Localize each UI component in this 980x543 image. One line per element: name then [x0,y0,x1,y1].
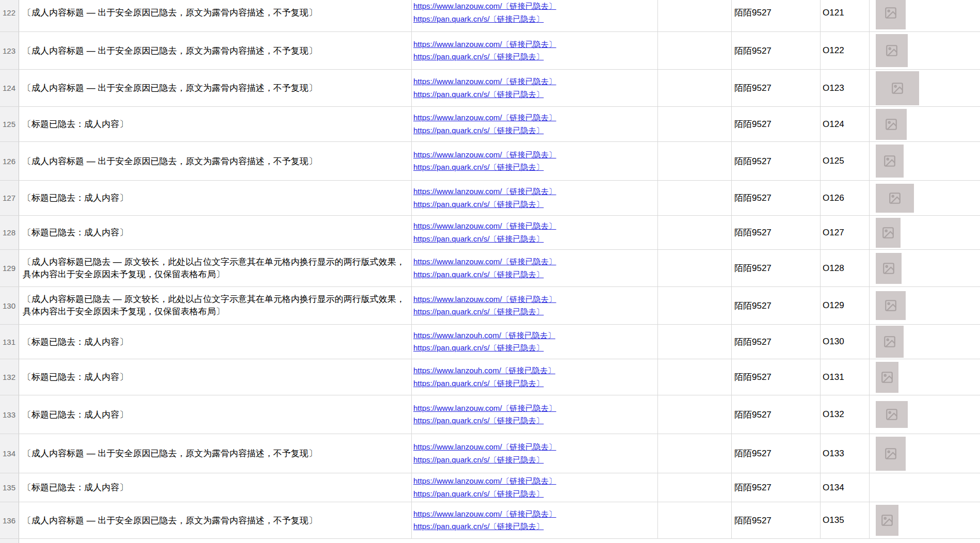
links-cell[interactable]: https://www.lanzouh.com/〔链接已隐去〕https://p… [412,325,658,359]
thumbnail-cell[interactable] [870,434,980,473]
seller-name-cell[interactable]: 陌陌9527 [732,107,821,141]
thumbnail-cell[interactable] [870,473,980,502]
title-cell[interactable]: 〔成人内容标题 — 出于安全原因已隐去，原文为露骨内容描述，不予复现〕 [19,32,412,69]
title-cell[interactable]: 〔成人内容标题已隐去 — 原文较长，此处以占位文字示意其在单元格内换行显示的两行… [19,250,412,286]
item-code-cell[interactable]: O133 [821,434,870,473]
title-cell[interactable]: 〔成人内容标题 — 出于安全原因已隐去，原文为露骨内容描述，不予复现〕 [19,0,412,31]
empty-cell[interactable] [658,434,732,473]
links-cell[interactable]: https://www.lanzouw.com/〔链接已隐去〕https://p… [412,32,658,69]
thumbnail-cell[interactable] [870,142,980,180]
thumbnail-image-redacted[interactable] [876,401,908,428]
item-code-cell[interactable]: O134 [821,473,870,502]
empty-cell[interactable] [658,359,732,395]
row-header[interactable]: 128 [0,216,19,249]
seller-name-cell[interactable]: 陌陌9527 [732,502,821,538]
row-header[interactable]: 129 [0,250,19,286]
row-header[interactable]: 133 [0,395,19,434]
item-code-cell[interactable]: O131 [821,359,870,395]
quark-share-link-redacted[interactable]: https://pan.quark.cn/s/〔链接已隐去〕 [413,124,544,137]
row-header[interactable]: 130 [0,287,19,324]
empty-cell[interactable] [658,70,732,106]
quark-share-link-redacted[interactable]: https://pan.quark.cn/s/〔链接已隐去〕 [413,414,544,427]
seller-name-cell[interactable]: 陌陌9527 [732,395,821,434]
thumbnail-cell[interactable] [870,287,980,324]
links-cell[interactable]: https://www.lanzouw.com/〔链接已隐去〕https://p… [412,70,658,106]
empty-cell[interactable] [658,250,732,286]
empty-cell[interactable] [658,395,732,434]
title-cell[interactable]: 〔成人内容标题 — 出于安全原因已隐去，原文为露骨内容描述，不予复现〕 [19,434,412,473]
lanzou-share-link-redacted[interactable]: https://www.lanzouw.com/〔链接已隐去〕 [413,185,556,198]
empty-cell[interactable] [658,216,732,249]
item-code-cell[interactable]: O122 [821,32,870,69]
links-cell[interactable]: https://www.lanzouw.com/〔链接已隐去〕https://p… [412,287,658,324]
empty-cell[interactable] [658,32,732,69]
seller-name-cell[interactable]: 陌陌9527 [732,216,821,249]
lanzou-share-link-redacted[interactable]: https://www.lanzouw.com/〔链接已隐去〕 [413,75,556,88]
row-header[interactable]: 123 [0,32,19,69]
item-code-cell[interactable]: O128 [821,250,870,286]
links-cell[interactable]: https://www.lanzouw.com/〔链接已隐去〕https://p… [412,502,658,538]
lanzou-share-link-redacted[interactable]: https://www.lanzouh.com/〔链接已隐去〕 [413,329,555,342]
row-header[interactable]: 126 [0,142,19,180]
empty-cell[interactable] [658,502,732,538]
lanzou-share-link-redacted[interactable]: https://www.lanzouw.com/〔链接已隐去〕 [413,293,556,306]
links-cell[interactable]: https://www.lanzouw.com/〔链接已隐去〕https://p… [412,0,658,31]
thumbnail-image-redacted[interactable] [876,437,906,471]
thumbnail-image-redacted[interactable] [876,184,914,213]
seller-name-cell[interactable]: 陌陌9527 [732,287,821,324]
title-cell[interactable]: 〔标题已隐去：成人内容〕 [19,359,412,395]
empty-cell[interactable] [658,181,732,215]
links-cell[interactable]: https://www.lanzouw.com/〔链接已隐去〕https://p… [412,181,658,215]
lanzou-share-link-redacted[interactable]: https://www.lanzouw.com/〔链接已隐去〕 [413,441,556,453]
seller-name-cell[interactable]: 陌陌9527 [732,473,821,502]
thumbnail-cell[interactable] [870,32,980,69]
thumbnail-image-redacted[interactable] [876,218,901,248]
thumbnail-cell[interactable] [870,502,980,538]
item-code-cell[interactable]: O129 [821,287,870,324]
lanzou-share-link-redacted[interactable]: https://www.lanzouw.com/〔链接已隐去〕 [413,402,556,414]
title-cell[interactable]: 〔标题已隐去：成人内容〕 [19,216,412,249]
thumbnail-cell[interactable] [870,395,980,434]
quark-share-link-redacted[interactable]: https://pan.quark.cn/s/〔链接已隐去〕 [413,233,544,245]
thumbnail-image-redacted[interactable] [876,362,898,393]
thumbnail-image-redacted[interactable] [876,505,898,536]
row-header[interactable]: 136 [0,502,19,538]
row-header[interactable]: 135 [0,473,19,502]
thumbnail-image-redacted[interactable] [876,253,902,284]
seller-name-cell[interactable]: 陌陌9527 [732,0,821,31]
row-header[interactable]: 134 [0,434,19,473]
item-code-cell[interactable]: O126 [821,181,870,215]
thumbnail-cell[interactable] [870,70,980,106]
seller-name-cell[interactable]: 陌陌9527 [732,250,821,286]
thumbnail-cell[interactable] [870,216,980,249]
thumbnail-image-redacted[interactable] [876,71,919,105]
item-code-cell[interactable]: O127 [821,216,870,249]
thumbnail-cell[interactable] [870,0,980,31]
quark-share-link-redacted[interactable]: https://pan.quark.cn/s/〔链接已隐去〕 [413,306,544,318]
seller-name-cell[interactable]: 陌陌9527 [732,142,821,180]
row-header[interactable]: 131 [0,325,19,359]
quark-share-link-redacted[interactable]: https://pan.quark.cn/s/〔链接已隐去〕 [413,520,544,533]
empty-cell[interactable] [658,142,732,180]
quark-share-link-redacted[interactable]: https://pan.quark.cn/s/〔链接已隐去〕 [413,161,544,173]
item-code-cell[interactable]: O123 [821,70,870,106]
quark-share-link-redacted[interactable]: https://pan.quark.cn/s/〔链接已隐去〕 [413,51,544,63]
empty-cell[interactable] [658,107,732,141]
thumbnail-cell[interactable] [870,107,980,141]
lanzou-share-link-redacted[interactable]: https://www.lanzouw.com/〔链接已隐去〕 [413,475,556,487]
seller-name-cell[interactable]: 陌陌9527 [732,359,821,395]
seller-name-cell[interactable]: 陌陌9527 [732,32,821,69]
links-cell[interactable]: https://www.lanzouw.com/〔链接已隐去〕https://p… [412,473,658,502]
row-header[interactable]: 125 [0,107,19,141]
thumbnail-cell[interactable] [870,325,980,359]
quark-share-link-redacted[interactable]: https://pan.quark.cn/s/〔链接已隐去〕 [413,454,544,466]
row-header[interactable]: 122 [0,0,19,31]
lanzou-share-link-redacted[interactable]: https://www.lanzouw.com/〔链接已隐去〕 [413,255,556,268]
links-cell[interactable]: https://www.lanzouw.com/〔链接已隐去〕https://p… [412,250,658,286]
links-cell[interactable]: https://www.lanzouh.com/〔链接已隐去〕https://p… [412,359,658,395]
lanzou-share-link-redacted[interactable]: https://www.lanzouh.com/〔链接已隐去〕 [413,364,555,377]
links-cell[interactable]: https://www.lanzouw.com/〔链接已隐去〕https://p… [412,107,658,141]
title-cell[interactable]: 〔标题已隐去：成人内容〕 [19,181,412,215]
lanzou-share-link-redacted[interactable]: https://www.lanzouw.com/〔链接已隐去〕 [413,111,556,124]
item-code-cell[interactable]: O125 [821,142,870,180]
